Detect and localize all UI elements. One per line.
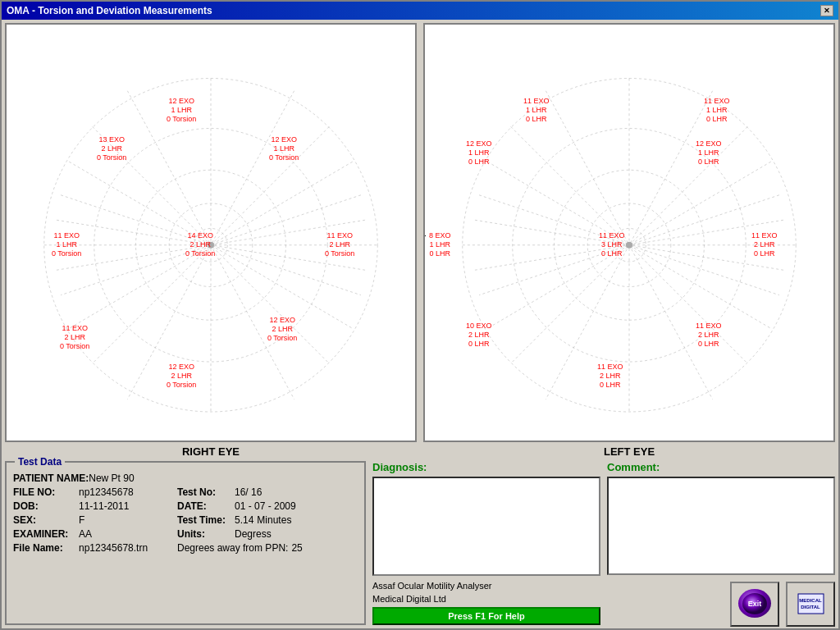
- measurement: 11 EXO2 LHR0 Torsion: [325, 231, 354, 258]
- measurement: 10 EXO2 LHR0 LHR: [466, 322, 492, 348]
- diagnosis-comment-area: Diagnosis: Assaf Ocular Motility Analyse…: [372, 461, 600, 625]
- degrees-value: 25: [291, 542, 302, 554]
- diagnosis-text-box[interactable]: [372, 477, 600, 576]
- measurement: 11 EXO2 LHR0 LHR: [751, 231, 778, 258]
- measurement: 13 EXO2 LHR0 Torsion: [97, 135, 126, 162]
- eyes-row: 12 EXO1 LHR0 Torsion 13 EXO2 LHR0 Torsio…: [5, 23, 835, 458]
- measurement: 12 EXO2 LHR0 Torsion: [267, 316, 297, 342]
- sex-value: F: [79, 514, 177, 526]
- measurement: 11 EXO2 LHR0 LHR: [696, 322, 722, 348]
- company2: Medical Digital Ltd: [372, 594, 600, 604]
- svg-text:MEDICAL: MEDICAL: [799, 598, 822, 603]
- file-no-row: FILE NO: np12345678 Test No: 16/ 16: [13, 486, 358, 498]
- left-eye-label: LEFT EYE: [604, 445, 655, 458]
- svg-point-35: [626, 242, 632, 249]
- diagnosis-panel: Diagnosis:: [372, 461, 600, 576]
- measurement: 12 EXO1 LHR0 LHR: [696, 139, 722, 166]
- file-no-value: np12345678: [79, 486, 177, 498]
- measurement: 11 EXO3 LHR0 LHR: [599, 231, 625, 258]
- date-value: 01 - 07 - 2009: [235, 500, 296, 512]
- measurement: 11 EXO1 LHR0 LHR: [704, 97, 730, 123]
- window-title: OMA - Torsion and Deviation Measurements: [7, 5, 212, 16]
- main-window: OMA - Torsion and Deviation Measurements…: [0, 0, 840, 630]
- right-panels: Diagnosis: Assaf Ocular Motility Analyse…: [372, 461, 835, 625]
- file-name-value: np12345678.trn: [79, 542, 177, 554]
- medical-digital-button[interactable]: MEDICAL DIGITAL: [786, 582, 835, 627]
- nasal-label: NASAL: [423, 227, 426, 239]
- exit-button[interactable]: Exit: [730, 582, 779, 627]
- test-data-panel: Test Data PATIENT NAME: New Pt 90 FILE N…: [5, 461, 366, 625]
- measurement: 11 EXO1 LHR0 Torsion: [52, 231, 81, 258]
- patient-name-row: PATIENT NAME: New Pt 90: [13, 472, 358, 484]
- right-eye-canvas: 12 EXO1 LHR0 Torsion 13 EXO2 LHR0 Torsio…: [5, 23, 417, 442]
- main-content: 12 EXO1 LHR0 Torsion 13 EXO2 LHR0 Torsio…: [2, 20, 838, 628]
- left-eye-canvas: 11 EXO1 LHR0 LHR 11 EXO1 LHR0 LHR 12 EXO…: [423, 23, 835, 442]
- close-button[interactable]: ✕: [820, 5, 833, 16]
- title-bar: OMA - Torsion and Deviation Measurements…: [2, 2, 838, 20]
- date-label: DATE:: [177, 500, 235, 512]
- units-label: Units:: [177, 528, 235, 540]
- title-bar-controls: ✕: [820, 5, 833, 16]
- degrees-label: Degrees away from PPN:: [177, 542, 288, 554]
- bottom-row: Test Data PATIENT NAME: New Pt 90 FILE N…: [5, 461, 835, 625]
- svg-text:DIGITAL: DIGITAL: [801, 605, 820, 609]
- examiner-label: EXAMINER:: [13, 528, 79, 540]
- units-value: Degress: [235, 528, 272, 540]
- left-eye-panel: 11 EXO1 LHR0 LHR 11 EXO1 LHR0 LHR 12 EXO…: [423, 23, 835, 458]
- measurement: 12 EXO2 LHR0 Torsion: [167, 363, 196, 389]
- filename-row: File Name: np12345678.trn Degrees away f…: [13, 542, 358, 554]
- comment-text-box[interactable]: [607, 477, 835, 575]
- patient-name-value: New Pt 90: [89, 472, 187, 484]
- svg-text:Exit: Exit: [748, 599, 762, 607]
- comment-label: Comment:: [607, 461, 835, 473]
- exit-icon: Exit: [738, 589, 771, 618]
- company1: Assaf Ocular Motility Analyser: [372, 581, 600, 591]
- svg-rect-38: [798, 594, 824, 614]
- patient-name-label: PATIENT NAME:: [13, 472, 89, 484]
- test-time-unit: Minutes: [257, 514, 291, 526]
- medical-digital-icon: MEDICAL DIGITAL: [797, 591, 825, 616]
- action-buttons: Exit MEDICAL DIGITAL: [607, 582, 835, 627]
- right-eye-panel: 12 EXO1 LHR0 Torsion 13 EXO2 LHR0 Torsio…: [5, 23, 417, 458]
- measurement: 11 EXO1 LHR0 LHR: [523, 97, 550, 123]
- comment-panel: Comment:: [607, 461, 835, 625]
- test-no-label: Test No:: [177, 486, 235, 498]
- dob-value: 11-11-2011: [79, 500, 177, 512]
- help-button[interactable]: Press F1 For Help: [372, 607, 600, 625]
- file-no-label: FILE NO:: [13, 486, 79, 498]
- test-time-value: 5.14: [235, 514, 253, 526]
- test-no-value: 16/ 16: [235, 486, 262, 498]
- measurement: 12 EXO1 LHR0 Torsion: [167, 97, 196, 123]
- examiner-row: EXAMINER: AA Units: Degress: [13, 528, 358, 540]
- sex-label: SEX:: [13, 514, 79, 526]
- measurement: 14 EXO2 LHR0 Torsion: [185, 231, 215, 258]
- right-eye-label: RIGHT EYE: [182, 445, 240, 458]
- sex-row: SEX: F Test Time: 5.14 Minutes: [13, 514, 358, 526]
- test-time-label: Test Time:: [177, 514, 235, 526]
- diagnosis-label: Diagnosis:: [372, 461, 600, 473]
- examiner-value: AA: [79, 528, 177, 540]
- measurement: 11 EXO2 LHR0 Torsion: [60, 324, 89, 350]
- footer-area: Assaf Ocular Motility Analyser Medical D…: [372, 581, 600, 625]
- measurement: 12 EXO1 LHR0 LHR: [466, 139, 492, 166]
- test-data-title: Test Data: [15, 456, 65, 468]
- measurement: 11 EXO2 LHR0 LHR: [597, 363, 623, 389]
- measurement: 12 EXO1 LHR0 Torsion: [269, 135, 299, 162]
- dob-label: DOB:: [13, 500, 79, 512]
- file-name-label: File Name:: [13, 542, 79, 554]
- measurement: 8 EXO1 LHR0 LHR: [429, 231, 451, 258]
- dob-row: DOB: 11-11-2011 DATE: 01 - 07 - 2009: [13, 500, 358, 512]
- test-data-content: PATIENT NAME: New Pt 90 FILE NO: np12345…: [13, 472, 358, 554]
